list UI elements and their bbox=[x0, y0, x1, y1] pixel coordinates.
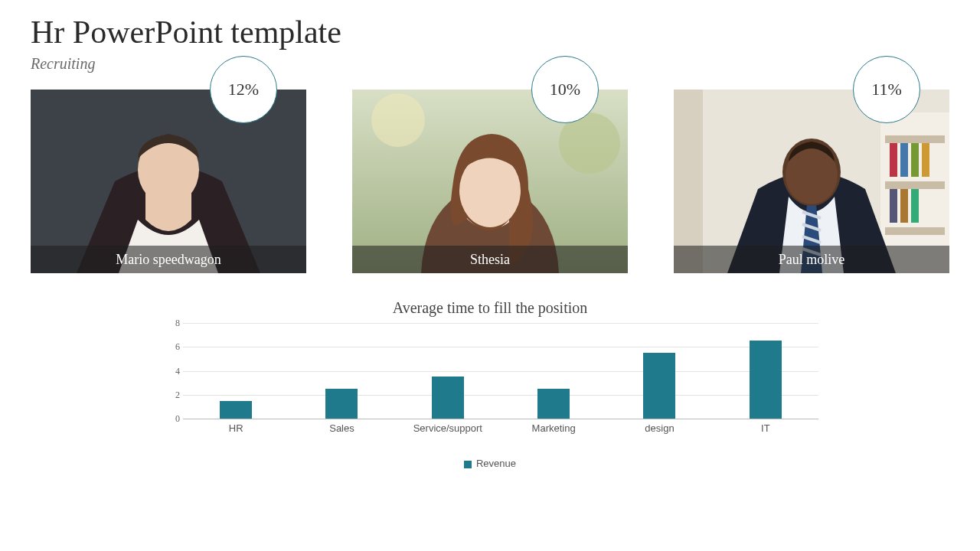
chart-xtick: IT bbox=[713, 419, 818, 438]
chart-bar bbox=[750, 341, 782, 419]
recruiter-cards: 12% Mario speedwagon 10% bbox=[31, 90, 949, 273]
chart-ytick: 2 bbox=[166, 389, 180, 400]
svg-rect-14 bbox=[900, 143, 908, 177]
svg-rect-15 bbox=[911, 143, 919, 177]
recruiter-name: Mario speedwagon bbox=[31, 246, 306, 273]
svg-point-4 bbox=[371, 93, 425, 147]
chart-bar bbox=[537, 389, 570, 419]
chart-xtick: design bbox=[606, 419, 712, 438]
svg-rect-17 bbox=[890, 189, 897, 223]
chart-ytick: 8 bbox=[166, 318, 180, 329]
legend-swatch bbox=[464, 461, 472, 468]
chart-bar bbox=[643, 353, 675, 419]
svg-rect-10 bbox=[885, 135, 945, 143]
svg-rect-19 bbox=[911, 189, 919, 223]
chart-area: 02468 HRSalesService/supportMarketingdes… bbox=[157, 323, 823, 438]
chart-legend: Revenue bbox=[157, 458, 823, 469]
svg-rect-16 bbox=[922, 143, 929, 177]
recruiter-card: 11% Paul molive bbox=[674, 90, 949, 273]
chart-ytick: 6 bbox=[166, 341, 180, 353]
chart-xtick: HR bbox=[183, 419, 289, 438]
chart-xtick: Service/support bbox=[395, 419, 501, 438]
chart-bar bbox=[325, 389, 358, 419]
chart-ytick: 0 bbox=[166, 413, 180, 425]
chart-bar bbox=[220, 401, 252, 419]
chart-ytick: 4 bbox=[166, 365, 180, 377]
page-title: Hr PowerPoint template bbox=[31, 14, 949, 51]
recruiter-card: 10% Sthesia bbox=[352, 90, 628, 273]
svg-rect-18 bbox=[900, 189, 908, 223]
percent-badge: 11% bbox=[853, 56, 920, 123]
chart-title: Average time to fill the position bbox=[157, 299, 823, 317]
chart-xtick: Marketing bbox=[501, 419, 606, 438]
percent-badge: 12% bbox=[210, 56, 277, 123]
chart-bar bbox=[432, 377, 464, 419]
chart: Average time to fill the position 02468 … bbox=[157, 299, 823, 469]
legend-label: Revenue bbox=[476, 458, 516, 469]
recruiter-name: Paul molive bbox=[674, 246, 949, 273]
svg-rect-12 bbox=[885, 227, 945, 235]
svg-rect-13 bbox=[890, 143, 897, 177]
recruiter-name: Sthesia bbox=[352, 246, 628, 273]
page-subtitle: Recruiting bbox=[31, 55, 949, 73]
percent-badge: 10% bbox=[531, 56, 599, 123]
chart-xtick: Sales bbox=[289, 419, 394, 438]
recruiter-card: 12% Mario speedwagon bbox=[31, 90, 306, 273]
svg-rect-11 bbox=[885, 181, 945, 189]
